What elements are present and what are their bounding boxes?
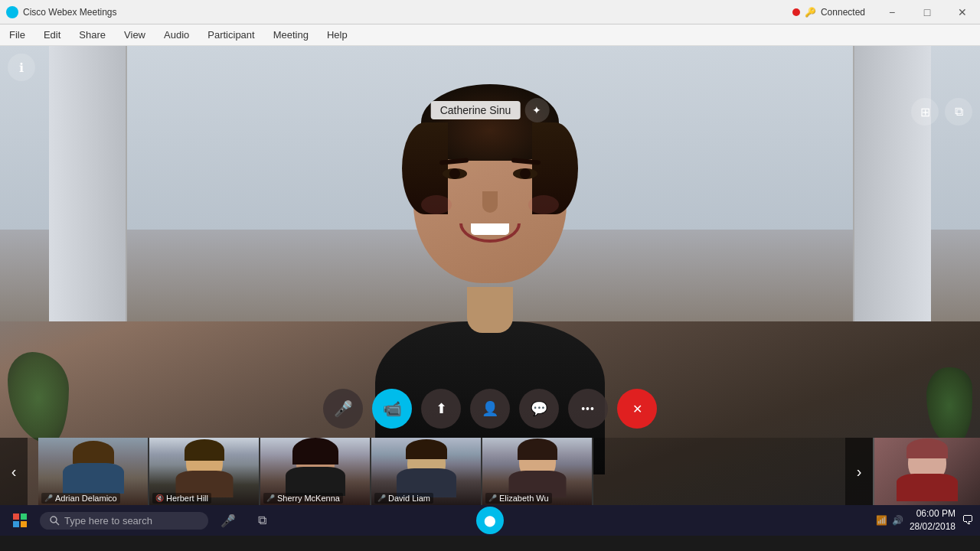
neck [467, 287, 513, 333]
cheek-left [421, 195, 452, 214]
connection-status: 🔑 Connected [792, 7, 865, 18]
star-button[interactable]: ✦ [524, 98, 549, 122]
search-icon [49, 515, 60, 526]
more-button[interactable]: ••• [568, 389, 608, 429]
svg-rect-0 [13, 514, 19, 520]
svg-rect-1 [21, 514, 27, 520]
search-input[interactable] [64, 515, 194, 527]
menu-bar: File Edit Share View Audio Participant M… [0, 24, 980, 46]
menu-share[interactable]: Share [70, 26, 115, 44]
volume-icon: 🔊 [892, 515, 903, 526]
self-view-background [874, 438, 980, 505]
clock-time: 06:00 PM [910, 507, 956, 520]
bg-column-left [49, 46, 127, 321]
mic-muted-icon-herbert: 🔇 [155, 494, 164, 502]
search-box[interactable] [40, 512, 208, 530]
task-view-icon: ⧉ [258, 514, 266, 527]
app-title: Cisco Webex Meetings [23, 7, 117, 18]
taskbar-right: 📶 🔊 06:00 PM 28/02/2018 🗨 [876, 507, 974, 533]
nose [482, 191, 498, 213]
titlebar-controls: − □ ✕ [874, 0, 980, 24]
control-bar: 🎤 📹 ⬆ 👤 💬 ••• ✕ [323, 389, 657, 429]
maximize-button[interactable]: □ [910, 0, 945, 24]
video-button[interactable]: 📹 [372, 389, 412, 429]
thumbnail-adriandelamico[interactable]: 🎤 Adrian Delamico [38, 438, 149, 505]
strip-prev-button[interactable]: ‹ [0, 438, 28, 505]
menu-meeting[interactable]: Meeting [264, 26, 318, 44]
chat-button[interactable]: 💬 [519, 389, 559, 429]
status-dot [792, 8, 800, 16]
svg-rect-2 [13, 521, 19, 527]
titlebar-left: Cisco Webex Meetings [0, 6, 117, 18]
system-tray: 📶 🔊 [876, 515, 903, 526]
strip-next-button[interactable]: › [845, 438, 873, 505]
bg-column-right [853, 46, 931, 321]
thumb-label-adrian: Adrian Delamico [55, 494, 117, 503]
clock-date: 28/02/2018 [910, 520, 956, 533]
svg-line-5 [56, 522, 59, 525]
mic-icon-sherry: 🎤 [266, 494, 275, 502]
thumbnail-sherrymckenna[interactable]: 🎤 Sherry McKenna [260, 438, 371, 505]
cheek-right [528, 195, 559, 214]
taskbar-left: 🎤 ⧉ [6, 507, 276, 534]
app-icon [6, 6, 18, 18]
thumb-name-david: 🎤 David Liam [374, 493, 433, 504]
task-view-button[interactable]: ⧉ [248, 507, 276, 534]
thumb-label-sherry: Sherry McKenna [277, 494, 340, 503]
cortana-icon: ⬤ [484, 514, 496, 527]
speaker-tag: Catherine Sinu ✦ [431, 98, 550, 122]
cortana-button[interactable]: ⬤ [476, 507, 504, 534]
info-button[interactable]: ℹ [8, 54, 35, 81]
pip-button[interactable]: ⧉ [945, 98, 972, 126]
windows-button[interactable] [6, 507, 34, 534]
main-video-area: ℹ Catherine Sinu ✦ ⊞ ⧉ 🎤 📹 ⬆ 👤 💬 ••• ✕ ‹ [0, 46, 980, 505]
menu-help[interactable]: Help [318, 26, 357, 44]
thumb-label-elizabeth: Elizabeth Wu [499, 494, 549, 503]
end-call-button[interactable]: ✕ [617, 389, 657, 429]
thumbnail-herberthill[interactable]: 🔇 Herbert Hill [149, 438, 260, 505]
menu-participant[interactable]: Participant [198, 26, 263, 44]
share-button[interactable]: ⬆ [421, 389, 461, 429]
thumb-name-herbert: 🔇 Herbert Hill [152, 493, 211, 504]
taskbar-mic-icon: 🎤 [220, 514, 236, 528]
speaker-name: Catherine Sinu [431, 101, 521, 119]
self-view-thumbnail[interactable] [873, 438, 980, 505]
taskbar-center: ⬤ [476, 507, 504, 534]
top-right-controls: ⊞ ⧉ [911, 98, 972, 126]
mute-button[interactable]: 🎤 [323, 389, 363, 429]
plant-right [926, 367, 972, 444]
clock[interactable]: 06:00 PM 28/02/2018 [910, 507, 956, 533]
thumbnail-strip: ‹ 🎤 Adrian Delamico [0, 438, 980, 505]
taskbar: 🎤 ⧉ ⬤ 📶 🔊 06:00 PM 28/02/2018 🗨 [0, 505, 980, 536]
participants-button[interactable]: 👤 [470, 389, 510, 429]
thumb-label-herbert: Herbert Hill [166, 494, 208, 503]
plant-left [8, 352, 69, 444]
svg-point-4 [51, 517, 57, 523]
thumb-name-adrian: 🎤 Adrian Delamico [41, 493, 120, 504]
mic-icon-david: 🎤 [377, 494, 386, 502]
strip-scroll: 🎤 Adrian Delamico 🔇 Herbert Hill [38, 438, 942, 505]
windows-icon [13, 514, 27, 527]
menu-file[interactable]: File [0, 26, 34, 44]
thumb-label-david: David Liam [388, 494, 430, 503]
mic-icon-adrian: 🎤 [44, 494, 53, 502]
minimize-button[interactable]: − [874, 0, 910, 24]
title-bar: Cisco Webex Meetings 🔑 Connected − □ ✕ [0, 0, 980, 24]
eye-right [513, 168, 537, 179]
menu-view[interactable]: View [115, 26, 155, 44]
svg-rect-3 [21, 521, 27, 527]
thumb-name-sherry: 🎤 Sherry McKenna [263, 493, 343, 504]
menu-audio[interactable]: Audio [155, 26, 198, 44]
menu-edit[interactable]: Edit [34, 26, 70, 44]
network-icon: 📶 [876, 515, 887, 526]
thumbnail-elizabethwu[interactable]: 🎤 Elizabeth Wu [482, 438, 593, 505]
thumb-name-elizabeth: 🎤 Elizabeth Wu [485, 493, 552, 504]
close-button[interactable]: ✕ [945, 0, 980, 24]
lock-icon: 🔑 [805, 7, 816, 18]
head [413, 107, 567, 283]
grid-view-button[interactable]: ⊞ [911, 98, 939, 126]
mouth [459, 223, 521, 243]
notification-icon[interactable]: 🗨 [962, 514, 974, 527]
taskbar-mic-button[interactable]: 🎤 [214, 507, 242, 534]
thumbnail-davidliam[interactable]: 🎤 David Liam [371, 438, 482, 505]
